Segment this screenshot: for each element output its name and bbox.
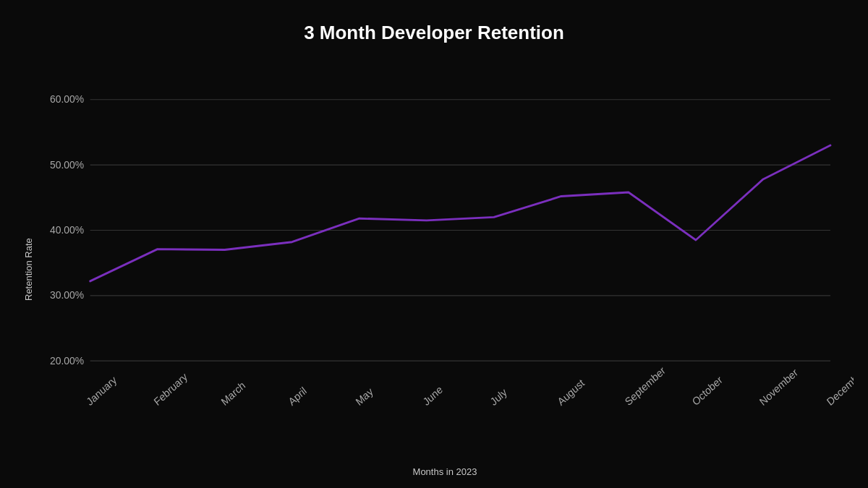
chart-title: 3 Month Developer Retention bbox=[304, 22, 564, 44]
svg-text:February: February bbox=[152, 370, 190, 408]
svg-text:March: March bbox=[219, 379, 247, 408]
chart-inner: 20.00%30.00%40.00%50.00%60.00%JanuaryFeb… bbox=[36, 59, 854, 481]
svg-text:30.00%: 30.00% bbox=[50, 289, 84, 301]
svg-text:September: September bbox=[623, 364, 668, 408]
svg-text:50.00%: 50.00% bbox=[50, 158, 84, 171]
svg-text:January: January bbox=[85, 373, 119, 408]
svg-text:May: May bbox=[354, 385, 375, 408]
line-chart: 20.00%30.00%40.00%50.00%60.00%JanuaryFeb… bbox=[36, 59, 854, 461]
x-axis-label: Months in 2023 bbox=[36, 466, 854, 481]
y-axis-label: Retention Rate bbox=[14, 59, 36, 481]
svg-text:40.00%: 40.00% bbox=[50, 224, 84, 236]
svg-text:November: November bbox=[757, 367, 800, 408]
svg-text:April: April bbox=[286, 385, 309, 408]
svg-text:20.00%: 20.00% bbox=[50, 354, 84, 367]
svg-text:60.00%: 60.00% bbox=[50, 93, 84, 106]
svg-text:August: August bbox=[556, 377, 587, 408]
svg-text:June: June bbox=[421, 383, 445, 408]
svg-text:December: December bbox=[825, 367, 854, 408]
svg-text:July: July bbox=[488, 386, 509, 408]
chart-area: Retention Rate 20.00%30.00%40.00%50.00%6… bbox=[14, 59, 854, 481]
svg-text:October: October bbox=[690, 374, 725, 408]
chart-container: 3 Month Developer Retention Retention Ra… bbox=[0, 0, 868, 488]
